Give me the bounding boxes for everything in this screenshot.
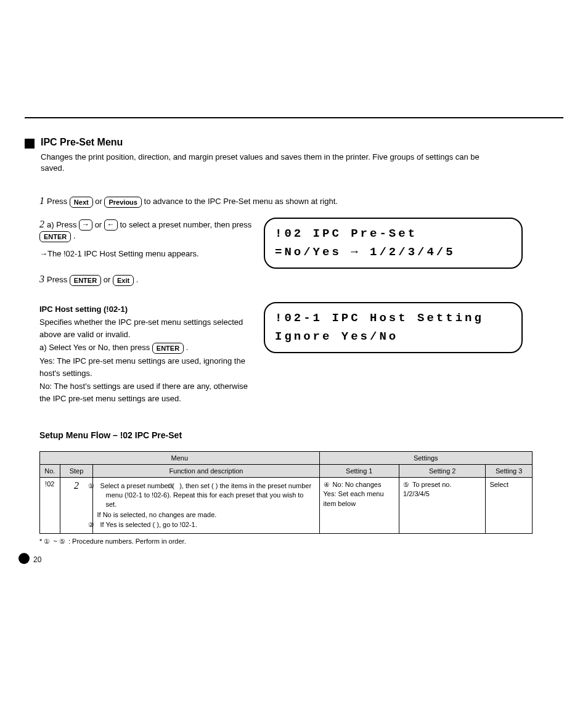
lcd2-line2: Ignore Yes/No	[275, 328, 512, 346]
circled-4-icon: ④	[324, 480, 330, 489]
cell-no: !02	[40, 478, 60, 534]
setup-table: Menu Settings No. Step Function and desc…	[39, 451, 533, 534]
section-intro: Changes the print position, direction, a…	[41, 152, 484, 173]
lcd1-line2: =No/Yes → 1/2/3/4/5	[275, 243, 512, 261]
step-2-result: →The !02-1 IPC Host Setting menu appears…	[39, 248, 255, 260]
cell-set2: ⑤ To preset no. 1/2/3/4/5	[399, 478, 486, 534]
table-title: Setup Menu Flow – !02 IPC Pre-Set	[39, 430, 563, 440]
substep-a: a) Select Yes or No, then press ENTER .	[39, 341, 255, 354]
table-row: !02 2 ① Select a preset number ( ③ ), th…	[40, 478, 533, 534]
left-arrow-key-icon: ←	[104, 219, 118, 231]
substep-desc: Specifies whether the IPC pre-set menu s…	[39, 316, 255, 340]
enter-key: ENTER	[39, 231, 71, 242]
previous-key: Previous	[104, 197, 141, 208]
step-2: 2 a) Press → or ← to select a preset num…	[39, 218, 255, 242]
table-header-row-1: Menu Settings	[40, 452, 533, 465]
step-1: 1 Press Next or Previous to advance to t…	[39, 194, 563, 208]
col-group-settings: Settings	[319, 452, 532, 465]
lcd-display-1: !02 IPC Pre-Set =No/Yes → 1/2/3/4/5	[264, 218, 523, 269]
circled-5-icon: ⑤	[59, 537, 65, 546]
cell-desc: ① Select a preset number ( ③ ), then set…	[93, 478, 319, 534]
col-desc: Function and description	[93, 465, 319, 478]
exit-key: Exit	[113, 275, 134, 286]
substep-no: No: The host's settings are used if ther…	[39, 380, 255, 404]
lcd-display-2: !02-1 IPC Host Setting Ignore Yes/No	[264, 302, 523, 353]
col-set2: Setting 2	[399, 465, 486, 478]
page-dot-icon	[18, 553, 30, 564]
right-arrow-key-icon: →	[79, 219, 92, 231]
enter-key: ENTER	[152, 343, 184, 354]
step-number: 1	[39, 195, 47, 206]
lcd1-line1: !02 IPC Pre-Set	[275, 225, 512, 243]
page-number: 20	[33, 555, 41, 564]
substep-yes: Yes: The IPC pre-set menu settings are u…	[39, 355, 255, 379]
col-group-menu: Menu	[40, 452, 320, 465]
horizontal-rule	[25, 117, 563, 118]
cell-set3: Select	[486, 478, 533, 534]
circled-5-icon: ⑤	[403, 480, 409, 489]
col-no: No.	[40, 465, 60, 478]
circled-1-icon: ①	[44, 537, 50, 546]
section-title: IPC Pre-Set Menu	[41, 137, 484, 148]
substep-title: IPC Host setting (!02-1)	[39, 304, 128, 314]
col-step: Step	[60, 465, 93, 478]
enter-key: ENTER	[70, 275, 101, 286]
step-number: 3	[39, 274, 47, 284]
col-set1: Setting 1	[319, 465, 399, 478]
next-key: Next	[70, 197, 93, 208]
table-footnote: * ① ~ ⑤ : Procedure numbers. Perform in …	[39, 537, 563, 546]
step-3: 3 Press ENTER or Exit .	[39, 272, 563, 286]
section-square-icon	[25, 139, 35, 149]
lcd2-line1: !02-1 IPC Host Setting	[275, 309, 512, 327]
substep-02-1: IPC Host setting (!02-1) Specifies wheth…	[39, 302, 255, 406]
table-header-row-2: No. Step Function and description Settin…	[40, 465, 533, 478]
step-number: 2	[39, 219, 47, 229]
cell-set1: ④ No: No changes Yes: Set each menu item…	[319, 478, 399, 534]
col-set3: Setting 3	[486, 465, 533, 478]
